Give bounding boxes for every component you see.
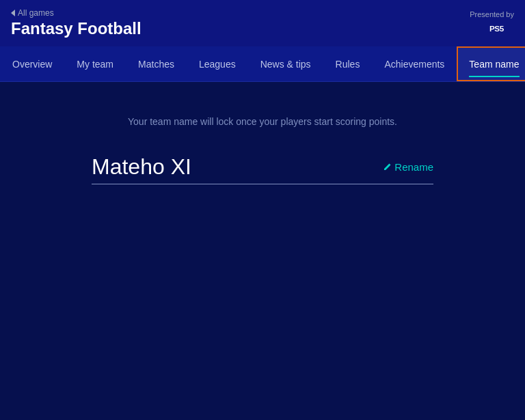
presented-by-label: Presented by bbox=[470, 10, 514, 18]
nav-leagues-label: Leagues bbox=[199, 59, 236, 70]
nav-achievements-label: Achievements bbox=[384, 59, 444, 70]
nav-rules-label: Rules bbox=[336, 59, 360, 70]
nav-bar: Overview My team Matches Leagues News & … bbox=[0, 46, 525, 82]
app-title: Fantasy Football bbox=[11, 19, 142, 38]
nav-team-name-label: Team name bbox=[469, 59, 519, 70]
nav-item-matches[interactable]: Matches bbox=[126, 46, 187, 81]
team-name-row: Mateho XI Rename bbox=[92, 154, 433, 180]
nav-overview-label: Overview bbox=[12, 59, 52, 70]
main-content: Your team name will lock once your playe… bbox=[0, 82, 525, 420]
nav-item-team-name[interactable]: Team name bbox=[457, 46, 525, 81]
all-games-link[interactable]: All games bbox=[11, 8, 142, 18]
nav-matches-label: Matches bbox=[138, 59, 174, 70]
nav-item-leagues[interactable]: Leagues bbox=[187, 46, 248, 81]
chevron-left-icon bbox=[11, 10, 15, 16]
team-name-display: Mateho XI bbox=[92, 154, 191, 180]
nav-item-overview[interactable]: Overview bbox=[0, 46, 64, 81]
nav-news-tips-label: News & tips bbox=[260, 59, 311, 70]
svg-text:PS5: PS5 bbox=[489, 24, 504, 33]
nav-my-team-label: My team bbox=[77, 59, 113, 70]
team-name-underline bbox=[92, 184, 433, 184]
rename-button[interactable]: Rename bbox=[383, 161, 433, 173]
nav-item-my-team[interactable]: My team bbox=[64, 46, 126, 81]
nav-item-news-tips[interactable]: News & tips bbox=[248, 46, 323, 81]
lock-notice: Your team name will lock once your playe… bbox=[128, 116, 397, 127]
top-bar: All games Fantasy Football Presented by … bbox=[0, 0, 525, 46]
team-name-section: Mateho XI Rename bbox=[92, 154, 433, 184]
nav-item-rules[interactable]: Rules bbox=[323, 46, 373, 81]
all-games-label: All games bbox=[18, 8, 54, 18]
top-bar-right: Presented by PS5 bbox=[470, 10, 514, 36]
ps5-logo: PS5 bbox=[489, 21, 514, 36]
top-bar-left: All games Fantasy Football bbox=[11, 8, 142, 38]
pencil-icon bbox=[383, 163, 392, 171]
ps5-logo-svg: PS5 bbox=[489, 21, 514, 36]
nav-item-achievements[interactable]: Achievements bbox=[372, 46, 457, 81]
rename-label: Rename bbox=[394, 161, 433, 173]
